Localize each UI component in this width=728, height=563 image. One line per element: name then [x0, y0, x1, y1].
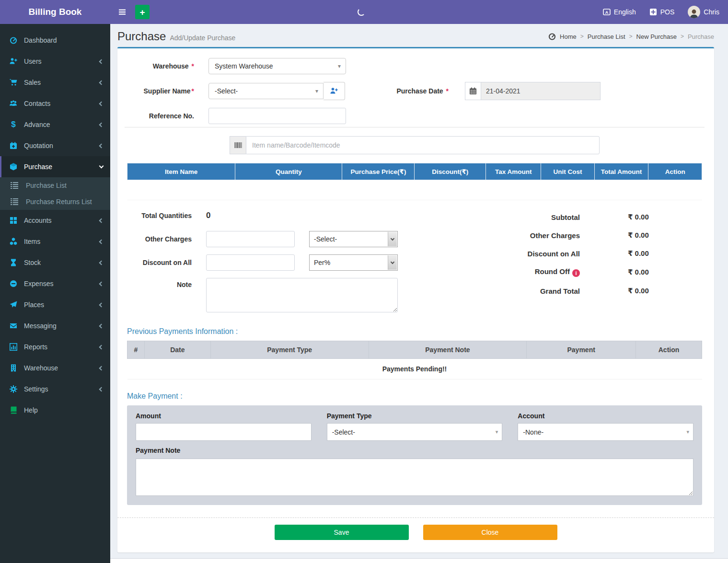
sidebar-item-help[interactable]: Help — [0, 400, 110, 421]
svg-text:A: A — [605, 10, 609, 15]
chevron-left-icon — [99, 143, 104, 148]
discount-type-select[interactable]: Per% — [309, 254, 398, 271]
sidebar-item-contacts[interactable]: Contacts — [0, 93, 110, 114]
supplier-select[interactable]: -Select- — [208, 83, 324, 99]
previous-payments-table: # Date Payment Type Payment Note Payment… — [127, 341, 702, 379]
envelope-icon — [9, 322, 18, 330]
items-col-tax-amount: Tax Amount — [486, 163, 541, 180]
items-col-item-name: Item Name — [127, 163, 235, 180]
sidebar-subitem-purchase-returns-list[interactable]: Purchase Returns List — [0, 194, 110, 210]
make-payment-heading: Make Payment : — [127, 392, 702, 401]
breadcrumb-home[interactable]: Home — [560, 33, 577, 40]
top-bar: Billing Book + A English POS Chris — [0, 0, 728, 24]
amount-input[interactable] — [136, 423, 312, 441]
form-actions: Save Close — [117, 517, 714, 542]
discount-on-all-input[interactable] — [206, 254, 295, 271]
building-icon — [9, 364, 18, 372]
breadcrumb-purchase-list[interactable]: Purchase List — [588, 33, 625, 40]
sidebar-item-quotation[interactable]: Quotation — [0, 135, 110, 156]
dollar-icon: $ — [9, 120, 18, 129]
sidebar-item-places[interactable]: Places — [0, 294, 110, 315]
other-charges-select[interactable]: -Select- — [309, 231, 398, 247]
purchase-date-label: Purchase Date * — [345, 87, 465, 95]
sidebar-subitem-purchase-list[interactable]: Purchase List — [0, 177, 110, 194]
purchase-date-group — [465, 82, 601, 100]
user-menu[interactable]: Chris — [688, 6, 719, 18]
chevron-left-icon — [99, 59, 104, 64]
note-textarea[interactable] — [206, 278, 398, 312]
make-payment-panel: Amount Payment Type -Select- Account -No… — [127, 405, 702, 505]
payment-type-select[interactable]: -Select- — [327, 423, 503, 441]
sidebar-item-purchase[interactable]: Purchase — [0, 156, 110, 177]
reference-label: Reference No. — [127, 112, 208, 120]
user-plus-icon — [9, 57, 18, 65]
subtotal-amount: ₹ 0.00 — [628, 213, 702, 221]
other-charges-total-amount: ₹ 0.00 — [628, 231, 702, 240]
chevron-down-icon — [99, 163, 104, 168]
sidebar-item-items[interactable]: Items — [0, 231, 110, 252]
sidebar-item-dashboard[interactable]: Dashboard — [0, 30, 110, 51]
sidebar-item-stock[interactable]: Stock — [0, 252, 110, 273]
sidebar-item-accounts[interactable]: Accounts — [0, 210, 110, 231]
loading-spinner-icon — [358, 8, 365, 16]
people-icon — [9, 100, 18, 107]
pay-col-num: # — [127, 341, 145, 359]
items-table: Item Name Quantity Purchase Price(₹) Dis… — [127, 163, 702, 200]
reference-input[interactable] — [208, 108, 346, 124]
items-col-quantity: Quantity — [235, 163, 342, 180]
total-quantities-value: 0 — [206, 211, 210, 220]
calendar-plus-icon — [9, 142, 18, 149]
calendar-icon[interactable] — [465, 82, 481, 100]
payment-note-textarea[interactable] — [136, 459, 693, 496]
page-subtitle: Add/Update Purchase — [170, 34, 235, 42]
chevron-left-icon — [99, 302, 104, 307]
sidebar-item-warehouse[interactable]: Warehouse — [0, 357, 110, 379]
dashboard-icon — [9, 36, 18, 44]
pos-button[interactable]: POS — [649, 8, 675, 16]
cube-icon — [9, 163, 18, 171]
sidebar-item-messaging[interactable]: Messaging — [0, 315, 110, 336]
items-col-discount: Discount(₹) — [415, 163, 486, 180]
round-off-label: Round Off — [535, 267, 570, 276]
purchase-form-panel: Warehouse * System Warehouse Supplier Na… — [117, 47, 714, 552]
payments-pending-message: Payments Pending!! — [127, 359, 702, 379]
sidebar-item-sales[interactable]: Sales — [0, 72, 110, 93]
sidebar-item-advance[interactable]: $ Advance — [0, 114, 110, 135]
pay-col-type: Payment Type — [210, 341, 369, 359]
purchase-date-input[interactable] — [481, 82, 601, 100]
item-search-input[interactable] — [246, 136, 600, 154]
sidebar-item-users[interactable]: Users — [0, 51, 110, 72]
sidebar-item-expenses[interactable]: Expenses — [0, 273, 110, 294]
hamburger-menu-icon[interactable] — [115, 5, 129, 19]
item-search-group — [230, 136, 600, 154]
user-plus-icon — [330, 87, 338, 95]
discount-total-label: Discount on All — [424, 250, 580, 258]
pay-col-payment: Payment — [527, 341, 636, 359]
content-header: PurchaseAdd/Update Purchase Home > Purch… — [110, 24, 728, 47]
add-supplier-button[interactable] — [324, 82, 345, 100]
chevron-left-icon — [99, 80, 104, 85]
chevron-left-icon — [99, 218, 104, 223]
footer: Copyright © 2021 All rights reserved. Bi… — [110, 558, 728, 563]
quick-add-button[interactable]: + — [135, 5, 150, 19]
close-button[interactable]: Close — [423, 525, 557, 540]
round-off-info-icon[interactable]: i — [572, 269, 580, 277]
pay-col-note: Payment Note — [369, 341, 527, 359]
language-selector[interactable]: A English — [603, 8, 636, 16]
grand-total-label: Grand Total — [424, 287, 580, 295]
items-empty-row — [127, 180, 702, 200]
account-select[interactable]: -None- — [518, 423, 693, 441]
gears-icon — [9, 385, 18, 393]
other-charges-input[interactable] — [206, 231, 295, 247]
warehouse-select[interactable]: System Warehouse — [208, 58, 346, 74]
sidebar-item-reports[interactable]: Reports — [0, 336, 110, 357]
breadcrumb-new-purchase[interactable]: New Purchase — [636, 33, 677, 40]
app-brand: Billing Book — [0, 0, 110, 24]
sidebar-item-settings[interactable]: Settings — [0, 379, 110, 400]
save-button[interactable]: Save — [275, 525, 409, 540]
barcode-icon — [230, 136, 246, 154]
amount-label: Amount — [136, 412, 312, 420]
cubes-icon — [9, 238, 18, 245]
chevron-left-icon — [99, 101, 104, 106]
note-label: Note — [127, 278, 206, 288]
